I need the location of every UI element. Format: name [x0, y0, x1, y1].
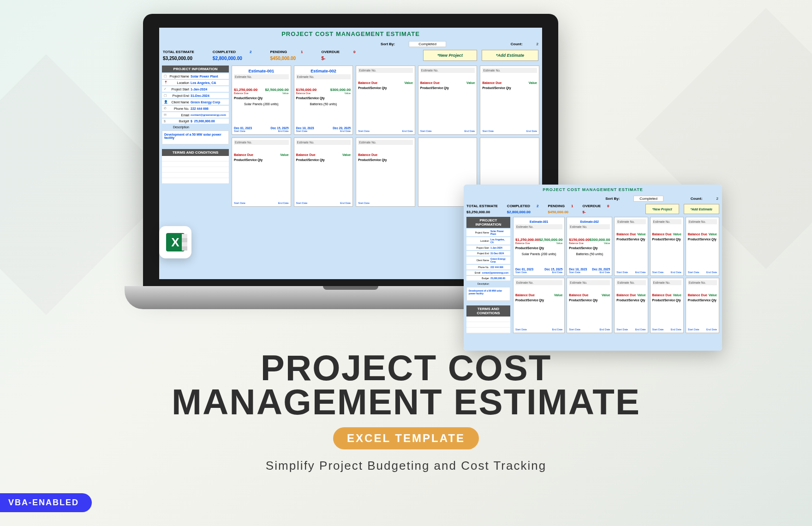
estimate-card-empty[interactable]: Estimate No.Balance DueValueProduct/Serv…: [513, 278, 565, 333]
estimate-card-empty[interactable]: Estimate No.Balance DueValueProduct/Serv…: [650, 217, 684, 276]
secondary-screenshot: PROJECT COST MANAGEMENT ESTIMATE Sort By…: [464, 185, 722, 351]
pending-count: 1: [301, 50, 303, 54]
info-email: ✉ Email contact@greenenergy.com: [162, 112, 229, 118]
info-desc-value: Development of a 50 MW solar power facil…: [162, 131, 229, 144]
hero-title-block: PROJECT COST MANAGEMENT ESTIMATE EXCEL T…: [0, 351, 812, 473]
card-balance: $150,000.00: [296, 88, 317, 92]
card-id: Estimate-001: [234, 68, 289, 74]
vba-enabled-badge: VBA-ENABLED: [0, 493, 92, 512]
calendar-icon: ▢: [164, 94, 168, 97]
document-icon: ▢: [164, 74, 168, 78]
completed-value: $2,800,000.00: [213, 56, 252, 61]
card-item: Batteries (50 units): [296, 102, 351, 106]
info-project-name: ▢ Project Name Solar Power Plant: [162, 73, 229, 79]
terms-row: [162, 161, 229, 167]
sort-by-value[interactable]: Completed: [409, 41, 446, 47]
excel-icon: X: [159, 226, 191, 258]
card-end-date: Dec 15, 2025: [271, 126, 289, 130]
count-value: 2: [537, 42, 538, 46]
estimate-card-empty[interactable]: Estimate No. Balance DueValue Product/Se…: [418, 66, 478, 135]
overdue-label: OVERDUE: [321, 50, 340, 54]
completed-count: 2: [250, 50, 251, 54]
estimate-card-empty[interactable]: Estimate No. Balance Due Product/Service…: [356, 137, 415, 207]
estimate-card-empty[interactable]: Estimate No.Balance DueValueProduct/Serv…: [686, 217, 719, 276]
estimate-card[interactable]: Estimate-002 Estimate No. $150,000.00$30…: [567, 217, 612, 276]
terms-section: TERMS AND CONDITIONS: [162, 149, 229, 184]
overdue-count: 0: [353, 50, 355, 54]
sheet-title: PROJECT COST MANAGEMENT ESTIMATE: [159, 28, 542, 40]
terms-row: [162, 156, 229, 161]
check-icon: ✓: [164, 87, 168, 91]
phone-icon: ✆: [164, 107, 168, 110]
stats-row: TOTAL ESTIMATE $3,250,000.00 COMPLETED 2…: [159, 48, 542, 66]
card-id: Estimate-002: [296, 68, 351, 74]
hero-title: PROJECT COST MANAGEMENT ESTIMATE: [0, 351, 812, 419]
project-info-header: PROJECT INFORMATION: [162, 66, 229, 72]
estimate-card[interactable]: Estimate-001 Estimate No. $1,250,000.00 …: [232, 66, 291, 135]
card-start-date: Dec 01, 2023: [234, 126, 252, 130]
mail-icon: ✉: [164, 113, 168, 117]
terms-row: [162, 173, 229, 178]
estimate-card-empty[interactable]: Estimate No. Balance DueValue Product/Se…: [356, 66, 415, 135]
new-project-button[interactable]: *New Project: [645, 204, 679, 214]
card-value: $2,500,000.00: [265, 88, 288, 92]
estimate-card[interactable]: Estimate-002 Estimate No. $150,000.00 $3…: [294, 66, 353, 135]
info-location: 📍 Location Los Angeles, CA: [162, 80, 229, 85]
add-estimate-button[interactable]: *Add Estimate: [684, 204, 719, 214]
count-label: Count:: [511, 42, 523, 46]
add-estimate-button[interactable]: *Add Estimate: [482, 50, 538, 61]
terms-row: [162, 167, 229, 173]
card-item: Solar Panels (200 units): [234, 102, 289, 106]
hero-tagline: Simplify Project Budgeting and Cost Trac…: [0, 459, 812, 473]
excel-template-pill: EXCEL TEMPLATE: [333, 427, 479, 449]
info-end: ▢ Project End 31-Dec-2024: [162, 93, 229, 98]
estimate-card-empty[interactable]: Estimate No.Balance DueValueProduct/Serv…: [567, 278, 612, 333]
card-balance: $1,250,000.00: [234, 88, 257, 92]
info-desc-label: Description: [162, 125, 229, 130]
estimate-card-empty[interactable]: Estimate No.Balance DueValueProduct/Serv…: [686, 278, 719, 333]
sort-bar: Sort By: Completed Count: 2: [159, 40, 542, 48]
estimate-card-empty[interactable]: Estimate No. Balance DueValue Product/Se…: [480, 66, 539, 135]
info-start: ✓ Project Start 1-Jan-2024: [162, 86, 229, 92]
pin-icon: 📍: [164, 81, 168, 84]
person-icon: 👤: [164, 100, 168, 104]
estimate-card-empty[interactable]: Estimate No. Balance DueValue Product/Se…: [232, 137, 291, 207]
terms-header: TERMS AND CONDITIONS: [162, 149, 229, 156]
estimate-card-empty[interactable]: Estimate No.Balance DueValueProduct/Serv…: [614, 278, 648, 333]
card-estimate-no-label: Estimate No.: [234, 74, 289, 79]
dollar-icon: $: [164, 120, 168, 123]
card-value: $300,000.00: [330, 88, 351, 92]
estimate-card-empty[interactable]: Estimate No.Balance DueValueProduct/Serv…: [650, 278, 684, 333]
sort-by-label: Sort By:: [381, 42, 395, 46]
estimate-card-empty[interactable]: Estimate No.Balance DueValueProduct/Serv…: [614, 217, 648, 276]
estimate-card-empty[interactable]: Estimate No. Balance DueValue Product/Se…: [294, 137, 353, 207]
pending-label: PENDING: [270, 50, 287, 54]
overdue-value: $-: [321, 56, 355, 61]
total-estimate-label: TOTAL ESTIMATE: [163, 50, 194, 54]
info-client: 👤 Client Name Green Energy Corp: [162, 99, 229, 105]
total-estimate-value: $3,250,000.00: [163, 56, 194, 61]
terms-row: [162, 178, 229, 184]
info-phone: ✆ Phone No. 222 444 666: [162, 106, 229, 111]
info-budget: $ Budget $ 25,000,000.00: [162, 119, 229, 124]
estimate-card[interactable]: Estimate-001 Estimate No. $1,250,000.00$…: [513, 217, 565, 276]
completed-label: COMPLETED: [213, 50, 236, 54]
project-info-sidebar: PROJECT INFORMATION ▢ Project Name Solar…: [162, 66, 229, 207]
pending-value: $450,000.00: [270, 56, 303, 61]
new-project-button[interactable]: *New Project: [423, 50, 477, 61]
